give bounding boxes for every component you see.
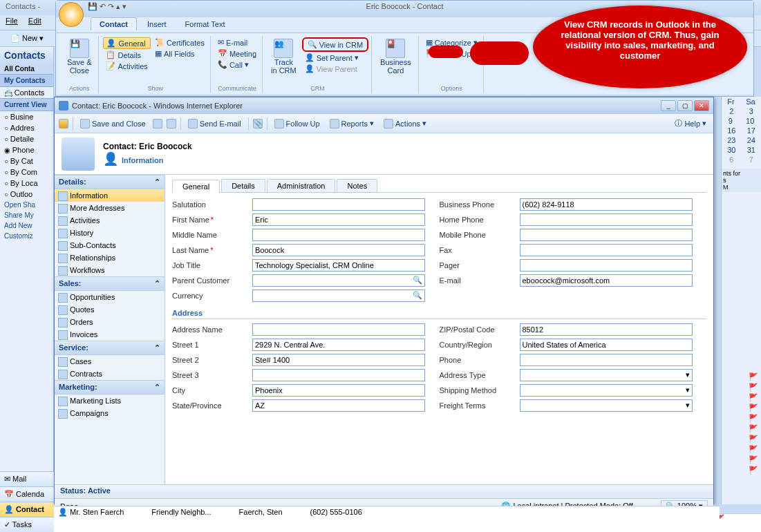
attach-icon[interactable]: 📎	[253, 119, 263, 129]
flag-icon[interactable]: 🚩	[722, 403, 761, 413]
nav-contacts[interactable]: 👤 Contact	[0, 502, 54, 517]
flag-icon[interactable]: 🚩	[722, 424, 761, 434]
link-customize[interactable]: Customiz	[0, 231, 53, 241]
certificates-button[interactable]: 📜 Certificates	[152, 37, 207, 48]
business-phone-input[interactable]	[520, 198, 693, 211]
lookup-icon[interactable]: 🔍	[413, 291, 422, 301]
nav-campaigns[interactable]: Campaigns	[55, 407, 165, 419]
details-group-hdr[interactable]: Details:⌃	[55, 175, 165, 189]
zip-input[interactable]	[520, 323, 693, 336]
shipping-select[interactable]: ▾	[520, 384, 693, 397]
mobile-phone-input[interactable]	[520, 229, 693, 241]
folder-contacts[interactable]: 📇 Contacts	[0, 87, 53, 98]
link-open-shared[interactable]: Open Sha	[0, 200, 53, 210]
address-type-select[interactable]: ▾	[520, 369, 693, 381]
track-in-crm-button[interactable]: 👥Track in CRM	[267, 37, 301, 76]
nav-more-addresses[interactable]: More Addresses	[55, 202, 165, 214]
flag-icon[interactable]: 🚩	[722, 434, 761, 444]
menu-file[interactable]: File	[6, 17, 18, 25]
job-title-input[interactable]	[252, 259, 425, 272]
view-parent-button[interactable]: 👤 View Parent	[302, 64, 368, 74]
view-company[interactable]: ○ By Com	[0, 167, 53, 178]
nav-marketing-lists[interactable]: Marketing Lists	[55, 395, 165, 407]
nav-history[interactable]: History	[55, 227, 165, 239]
my-contacts-hdr[interactable]: My Contacts	[0, 74, 53, 87]
send-email-button[interactable]: Send E-mail	[185, 117, 244, 130]
save-close-button[interactable]: 💾Save & Close	[63, 37, 95, 76]
marketing-group-hdr[interactable]: Marketing:⌃	[55, 380, 165, 395]
flag-icon[interactable]: 🚩	[722, 413, 761, 424]
last-name-input[interactable]	[252, 244, 425, 256]
email-input[interactable]	[520, 274, 693, 287]
nav-mail[interactable]: ✉ Mail	[0, 471, 54, 486]
email-button[interactable]: ✉ E-mail	[215, 37, 259, 48]
nav-orders[interactable]: Orders	[55, 316, 165, 328]
flag-icon[interactable]: 🚩	[722, 465, 761, 475]
actions-button[interactable]: Actions ▾	[381, 117, 429, 130]
street1-input[interactable]	[252, 339, 425, 351]
salutation-input[interactable]	[252, 198, 425, 211]
nav-activities[interactable]: Activities	[55, 214, 165, 227]
view-phone[interactable]: ◉ Phone	[0, 144, 53, 155]
nav-information[interactable]: Information	[55, 189, 165, 202]
parent-customer-lookup[interactable]: 🔍	[252, 274, 425, 287]
menu-edit[interactable]: Edit	[28, 17, 41, 25]
print-icon[interactable]	[167, 119, 176, 129]
nav-calendar[interactable]: 📅 Calenda	[0, 486, 54, 502]
help-button[interactable]: ⓘ Help ▾	[672, 117, 709, 130]
new-button[interactable]: 📄 New ▾	[6, 32, 48, 45]
street2-input[interactable]	[252, 354, 425, 366]
set-parent-button[interactable]: 👤 Set Parent ▾	[302, 53, 368, 63]
nav-invoices[interactable]: Invoices	[55, 328, 165, 341]
view-detailed[interactable]: ○ Detaile	[0, 133, 53, 144]
link-add-new[interactable]: Add New	[0, 220, 53, 231]
flag-icon[interactable]: 🚩	[722, 444, 761, 455]
meeting-button[interactable]: 📅 Meeting	[215, 48, 259, 59]
nav-cases[interactable]: Cases	[55, 355, 165, 368]
general-button[interactable]: 👤 General	[103, 37, 150, 49]
maximize-button[interactable]: ▢	[677, 100, 693, 111]
view-in-crm-button[interactable]: 🔍 View in CRM	[305, 39, 366, 50]
tab-general[interactable]: General	[172, 180, 220, 193]
followup-button[interactable]: Follow Up	[272, 117, 323, 130]
nav-opportunities[interactable]: Opportunities	[55, 291, 165, 303]
service-group-hdr[interactable]: Service:⌃	[55, 341, 165, 355]
view-location[interactable]: ○ By Loca	[0, 178, 53, 189]
nav-workflows[interactable]: Workflows	[55, 264, 165, 276]
nav-sub-contacts[interactable]: Sub-Contacts	[55, 239, 165, 251]
reports-button[interactable]: Reports ▾	[327, 117, 377, 130]
flag-icon[interactable]: 🚩	[722, 392, 761, 403]
contact-list-row[interactable]: 👤 Mr. Sten Faerch Friendly Neighb... Fae…	[54, 506, 720, 532]
freight-select[interactable]: ▾	[520, 399, 693, 412]
view-category[interactable]: ○ By Cat	[0, 155, 53, 167]
office-button[interactable]	[59, 2, 84, 27]
link-share-my[interactable]: Share My	[0, 210, 53, 220]
nav-quotes[interactable]: Quotes	[55, 303, 165, 316]
address-name-input[interactable]	[252, 323, 425, 336]
view-address[interactable]: ○ Addres	[0, 122, 53, 133]
tab-details[interactable]: Details	[221, 179, 265, 192]
pager-input[interactable]	[520, 259, 693, 272]
nav-relationships[interactable]: Relationships	[55, 251, 165, 264]
save-icon-2[interactable]	[153, 119, 162, 129]
details-button[interactable]: 📋 Details	[103, 50, 150, 60]
tab-notes[interactable]: Notes	[337, 179, 377, 192]
activities-button[interactable]: 📝 Activities	[103, 61, 150, 71]
flag-icon[interactable]: 🚩	[722, 455, 761, 465]
fax-input[interactable]	[520, 244, 693, 256]
all-fields-button[interactable]: ▦ All Fields	[152, 48, 207, 59]
tab-insert[interactable]: Insert	[139, 18, 175, 30]
state-input[interactable]	[252, 399, 425, 412]
business-card-button[interactable]: 🎴Business Card	[376, 37, 415, 76]
folder-all-contacts[interactable]: All Conta	[0, 64, 53, 74]
home-phone-input[interactable]	[520, 213, 693, 226]
tab-administration[interactable]: Administration	[267, 179, 336, 192]
country-input[interactable]	[520, 339, 693, 351]
currency-lookup[interactable]: 🔍	[252, 289, 425, 302]
flag-icon[interactable]: 🚩	[722, 382, 761, 392]
minimize-button[interactable]: _	[661, 100, 676, 111]
city-input[interactable]	[252, 384, 425, 397]
call-button[interactable]: 📞 Call ▾	[215, 59, 259, 70]
nav-tasks[interactable]: ✓ Tasks	[0, 517, 54, 532]
view-business[interactable]: ○ Busine	[0, 111, 53, 122]
